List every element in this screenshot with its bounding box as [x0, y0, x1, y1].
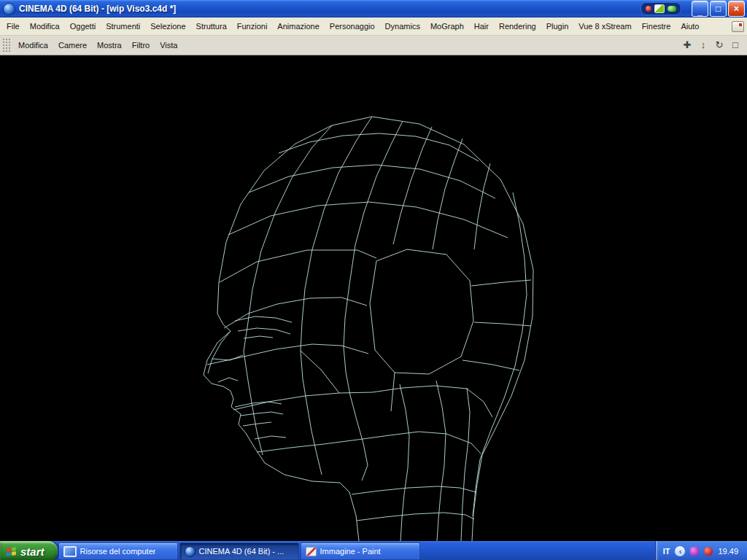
- menu-item[interactable]: Animazione: [272, 18, 324, 35]
- cinema4d-app-icon: [3, 3, 15, 15]
- layout-window-icon[interactable]: [732, 21, 744, 32]
- taskbar-item-paint[interactable]: Immagine - Paint: [301, 542, 420, 560]
- menu-item[interactable]: Personaggio: [325, 18, 380, 35]
- windows-logo-icon: [7, 547, 16, 556]
- menu-item[interactable]: Plugin: [541, 18, 574, 35]
- task-label: Risorse del computer: [80, 547, 156, 556]
- start-button[interactable]: start: [0, 541, 58, 560]
- red-dot-icon: [646, 6, 651, 12]
- minimize-button[interactable]: _: [692, 1, 708, 17]
- green-dot-icon: [667, 6, 676, 12]
- title-bar: CINEMA 4D (64 Bit) - [wip Viso3.c4d *] _…: [0, 0, 747, 18]
- menu-item[interactable]: Oggetti: [65, 18, 101, 35]
- minimize-glyph: _: [697, 7, 703, 17]
- viewport-menu-item[interactable]: Modifica: [13, 36, 53, 55]
- system-tray: IT ‹ 19.49: [655, 541, 747, 560]
- taskbar-item-cinema4d[interactable]: CINEMA 4D (64 Bit) - ...: [179, 542, 299, 560]
- window-title: CINEMA 4D (64 Bit) - [wip Viso3.c4d *]: [19, 4, 176, 14]
- menu-item[interactable]: Vue 8 xStream: [573, 18, 636, 35]
- viewport-nav-icons: ✚↕↻□: [680, 36, 743, 54]
- taskbar: start Risorse del computer CINEMA 4D (64…: [0, 541, 747, 560]
- main-menu-items: FileModificaOggettiStrumentiSelezioneStr…: [1, 18, 704, 35]
- window-controls: _ □ ×: [690, 1, 745, 17]
- menu-item[interactable]: Rendering: [494, 18, 541, 35]
- tray-app-icon[interactable]: [690, 547, 699, 556]
- paint-icon: [306, 547, 317, 556]
- menu-item[interactable]: Strumenti: [101, 18, 145, 35]
- close-glyph: ×: [734, 4, 739, 14]
- computer-icon: [63, 546, 77, 557]
- hide-icons-chevron-icon[interactable]: ‹: [675, 546, 685, 556]
- viewport-menu-items: ModificaCamereMostraFiltroVista: [13, 36, 182, 55]
- maximize-button[interactable]: □: [710, 1, 727, 17]
- menu-item[interactable]: Modifica: [25, 18, 65, 35]
- antivirus-icon[interactable]: [704, 547, 713, 556]
- drag-handle[interactable]: [2, 38, 10, 52]
- rotate-icon[interactable]: ↻: [712, 36, 727, 54]
- viewport-menu-item[interactable]: Camere: [53, 36, 92, 55]
- menu-item[interactable]: Hair: [469, 18, 494, 35]
- viewport-menu-bar: ModificaCamereMostraFiltroVista ✚↕↻□: [0, 36, 747, 55]
- menu-bar: FileModificaOggettiStrumentiSelezioneStr…: [0, 18, 747, 36]
- menu-item[interactable]: Aiuto: [676, 18, 704, 35]
- wireframe-svg: [0, 55, 747, 541]
- zoom-icon[interactable]: ↕: [696, 36, 711, 54]
- pan-icon[interactable]: ✚: [680, 36, 694, 54]
- language-indicator[interactable]: IT: [663, 547, 670, 556]
- clock: 19.49: [718, 547, 738, 556]
- viewport-menu-item[interactable]: Mostra: [92, 36, 127, 55]
- viewport[interactable]: [0, 55, 747, 541]
- start-label: start: [20, 545, 44, 558]
- menu-item[interactable]: Funzioni: [232, 18, 273, 35]
- menu-item[interactable]: Selezione: [145, 18, 190, 35]
- menu-item[interactable]: Struttura: [191, 18, 232, 35]
- menu-item[interactable]: File: [1, 18, 25, 35]
- task-label: CINEMA 4D (64 Bit) - ...: [199, 547, 285, 556]
- toggle-view-icon[interactable]: □: [728, 36, 743, 54]
- desktop: CINEMA 4D (64 Bit) - [wip Viso3.c4d *] _…: [0, 0, 747, 560]
- titlebar-widget[interactable]: [640, 2, 681, 15]
- menu-item[interactable]: Finestre: [637, 18, 676, 35]
- cinema4d-icon: [185, 546, 196, 557]
- close-button[interactable]: ×: [728, 1, 745, 17]
- viewport-menu-item[interactable]: Vista: [155, 36, 182, 55]
- task-label: Immagine - Paint: [320, 547, 381, 556]
- maximize-glyph: □: [716, 4, 721, 14]
- viewport-menu-item[interactable]: Filtro: [127, 36, 155, 55]
- nvidia-icon: [654, 4, 665, 13]
- menu-item[interactable]: MoGraph: [425, 18, 469, 35]
- taskbar-item-computer[interactable]: Risorse del computer: [58, 542, 178, 560]
- menu-item[interactable]: Dynamics: [380, 18, 425, 35]
